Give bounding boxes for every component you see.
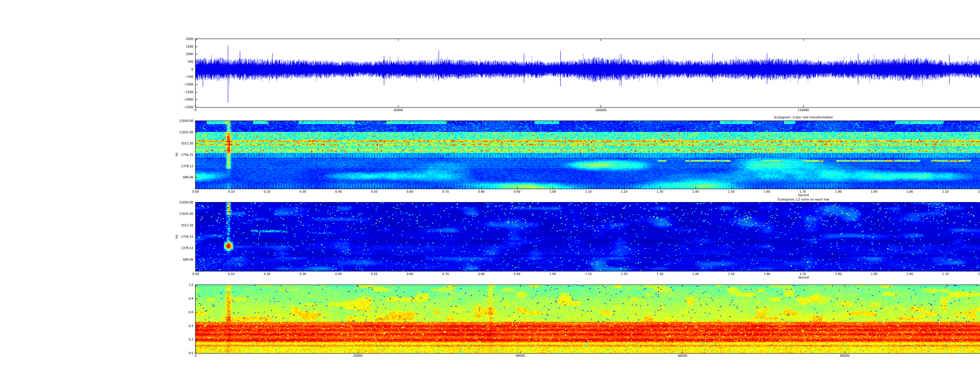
waveform-y-tick-label: 0 (191, 68, 193, 71)
scalogram_l2-x-tick-label: 0.60 (407, 272, 413, 276)
spectrogram-x-tick-label: 80000 (840, 354, 850, 357)
spectrogram-y-tick-label: 0.2 (189, 338, 193, 341)
scalogram-cubic-xlabel: Second (798, 193, 809, 197)
waveform-x-tick-label: 150000 (798, 108, 809, 112)
scalogram-l2-title: Scalogram, L2 norm on each line (778, 198, 829, 201)
scalogram_l2-y-tick-label: 2756.25 (181, 235, 193, 239)
scalogram_l2-x-tick-label: 1.80 (835, 272, 842, 276)
scalogram_cubic-y-tick-label: 11025.00 (179, 131, 193, 134)
scalogram_l2-x-tick-label: 0.00 (192, 272, 199, 276)
scalogram_l2-x-tick-label: 1.30 (657, 272, 663, 276)
scalogram_l2-x-tick-label: 1.70 (800, 272, 806, 276)
spectrogram-canvas (196, 285, 980, 353)
scalogram-cubic-title: Scalogram, Cubic root transformation (774, 115, 833, 119)
scalogram_cubic-x-tick-label: 1.50 (728, 190, 734, 193)
scalogram_cubic-x-tick-label: 1.80 (835, 190, 842, 193)
scalogram_cubic-x-tick-label: 1.20 (621, 190, 627, 193)
waveform-panel (195, 38, 980, 108)
scalogram_l2-x-tick-label: 1.60 (764, 272, 770, 276)
scalogram_l2-x-tick-label: 2.20 (978, 272, 980, 276)
scalogram_l2-x-tick-label: 0.40 (335, 272, 342, 276)
scalogram-l2-xlabel: Second (798, 276, 809, 279)
waveform-y-tick-label: −2500 (183, 105, 193, 109)
scalogram_l2-x-tick-label: 0.90 (514, 272, 520, 276)
scalogram_cubic-x-tick-label: 1.00 (549, 190, 556, 193)
scalogram_cubic-y-tick-label: 22050.00 (179, 119, 193, 123)
scalogram_l2-x-tick-label: 1.20 (621, 272, 627, 276)
waveform-y-tick-label: 1000 (186, 53, 193, 56)
scalogram_cubic-x-tick-label: 1.60 (764, 190, 770, 193)
waveform-y-tick-label: −1000 (183, 83, 193, 86)
scalogram_l2-x-tick-label: 2.00 (907, 272, 913, 276)
waveform-y-tick-label: −2000 (183, 98, 193, 101)
scalogram_l2-x-tick-label: 0.70 (442, 272, 449, 276)
spectrogram-x-tick-label: 0 (195, 354, 197, 357)
spectrogram-y-tick-label: 0.4 (189, 324, 193, 328)
scalogram_cubic-x-tick-label: 0.30 (299, 190, 306, 193)
scalogram_cubic-x-tick-label: 2.00 (907, 190, 913, 193)
spectrogram-x-tick-label: 60000 (678, 354, 687, 357)
waveform-x-tick-label: 50000 (394, 108, 403, 112)
scalogram_l2-x-tick-label: 0.20 (264, 272, 270, 276)
scalogram_cubic-x-tick-label: 1.10 (585, 190, 592, 193)
spectrogram-x-tick-label: 40000 (515, 354, 525, 357)
spectrogram-y-tick-label: 1.0 (189, 283, 193, 287)
scalogram_l2-y-tick-label: 1378.12 (181, 246, 193, 250)
spectrogram-panel (195, 285, 980, 354)
scalogram_cubic-x-tick-label: 1.70 (800, 190, 806, 193)
scalogram_cubic-x-tick-label: 1.40 (692, 190, 699, 193)
scalogram_cubic-y-tick-label: 2756.25 (181, 153, 193, 156)
scalogram_l2-x-tick-label: 1.10 (585, 272, 592, 276)
scalogram_l2-x-tick-label: 0.80 (478, 272, 485, 276)
scalogram-cubic-canvas (196, 121, 980, 189)
waveform-y-tick-label: 1500 (186, 45, 193, 48)
scalogram_cubic-x-tick-label: 0.00 (192, 190, 199, 193)
scalogram-cubic-ylabel: Hz (175, 153, 178, 156)
scalogram_cubic-x-tick-label: 0.40 (335, 190, 342, 193)
spectrogram-y-tick-label: 0.8 (189, 297, 193, 300)
scalogram-l2-panel (195, 202, 980, 271)
scalogram_cubic-x-tick-label: 1.90 (871, 190, 877, 193)
scalogram-cubic-panel (195, 121, 980, 189)
scalogram_l2-y-tick-label: 11025.00 (179, 212, 193, 215)
scalogram_l2-y-tick-label: 22050.00 (179, 201, 193, 204)
waveform-x-tick-label: 100000 (595, 108, 606, 112)
scalogram-l2-canvas (196, 202, 980, 271)
scalogram_cubic-x-tick-label: 0.60 (407, 190, 413, 193)
scalogram_l2-x-tick-label: 1.50 (728, 272, 734, 276)
scalogram_l2-x-tick-label: 1.40 (692, 272, 699, 276)
scalogram_cubic-x-tick-label: 0.10 (228, 190, 234, 193)
waveform-canvas (196, 39, 980, 107)
waveform-y-tick-label: 500 (188, 60, 193, 64)
scalogram_l2-y-tick-label: 5512.50 (181, 224, 193, 227)
waveform-y-tick-label: −500 (185, 75, 193, 79)
spectrogram-y-tick-label: 0.6 (189, 311, 193, 314)
scalogram_l2-x-tick-label: 0.30 (299, 272, 306, 276)
spectrogram-x-tick-label: 20000 (353, 354, 363, 357)
scalogram_l2-x-tick-label: 0.50 (371, 272, 377, 276)
scalogram_cubic-y-tick-label: 689.06 (183, 175, 194, 179)
scalogram-l2-ylabel: Hz (175, 235, 178, 239)
waveform-x-tick-label: 0 (195, 108, 197, 112)
scalogram_cubic-x-tick-label: 0.20 (264, 190, 270, 193)
scalogram_cubic-x-tick-label: 0.80 (478, 190, 485, 193)
scalogram_cubic-x-tick-label: 0.70 (442, 190, 449, 193)
scalogram_cubic-x-tick-label: 0.90 (514, 190, 520, 193)
scalogram_cubic-y-tick-label: 5512.50 (181, 142, 193, 145)
waveform-y-tick-label: 2000 (186, 37, 193, 41)
scalogram_cubic-x-tick-label: 0.50 (371, 190, 377, 193)
scalogram_cubic-x-tick-label: 1.30 (657, 190, 663, 193)
scalogram_cubic-x-tick-label: 2.20 (978, 190, 980, 193)
scalogram_l2-y-tick-label: 689.06 (183, 258, 194, 261)
scalogram_cubic-x-tick-label: 2.10 (942, 190, 949, 193)
waveform-y-tick-label: −1500 (183, 90, 193, 94)
scalogram_cubic-y-tick-label: 1378.12 (181, 164, 193, 168)
scalogram_l2-x-tick-label: 0.10 (228, 272, 234, 276)
scalogram_l2-x-tick-label: 2.10 (942, 272, 949, 276)
scalogram_l2-x-tick-label: 1.00 (549, 272, 556, 276)
spectrogram-y-tick-label: 0.0 (189, 351, 193, 355)
scalogram_l2-x-tick-label: 1.90 (871, 272, 877, 276)
